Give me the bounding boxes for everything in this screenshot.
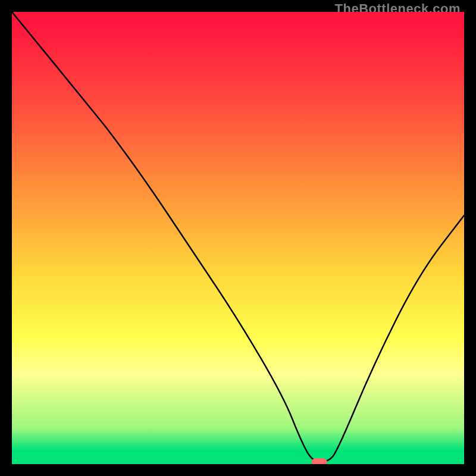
minimum-marker — [312, 458, 327, 464]
chart-frame: TheBottleneck.com — [0, 0, 476, 476]
plot-area — [12, 12, 464, 464]
chart-svg — [12, 12, 464, 464]
bottleneck-curve — [12, 12, 464, 462]
